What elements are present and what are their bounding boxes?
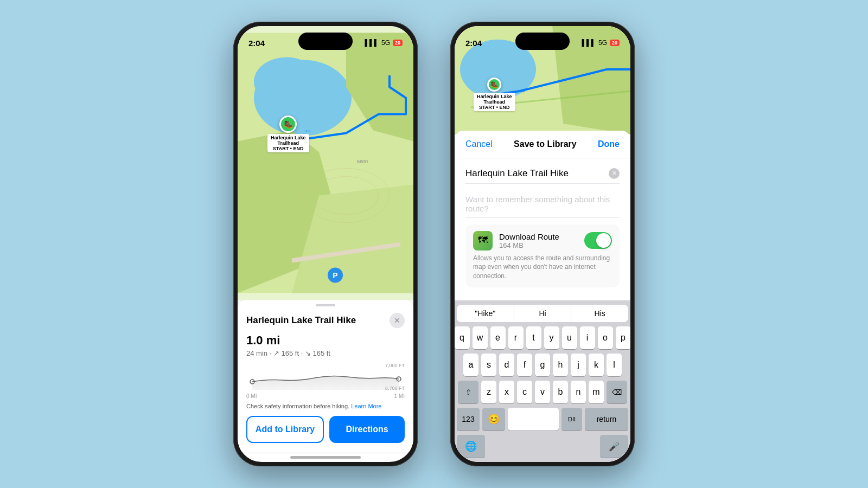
keyboard: "Hike" Hi His q w e r t y u i o (455, 300, 630, 462)
key-t[interactable]: t (526, 326, 541, 349)
space-key[interactable] (508, 408, 559, 431)
key-e[interactable]: e (490, 326, 506, 349)
key-f[interactable]: f (517, 354, 532, 376)
toggle-knob (596, 233, 611, 248)
map-svg-1: P 6600 W ENTRANCE RD (238, 26, 413, 300)
key-m[interactable]: m (589, 381, 604, 403)
key-r[interactable]: r (508, 326, 524, 349)
numbers-key[interactable]: 123 (457, 408, 480, 431)
key-z[interactable]: z (481, 381, 496, 403)
home-indicator-1[interactable] (290, 456, 361, 459)
route-distance-1: 1.0 mi (246, 333, 405, 348)
route-arrow-2: ↔ (519, 87, 526, 95)
download-icon: 🗺 (473, 231, 493, 251)
elevation-chart-1: 7,000 FT 6,700 FT 0 MI (246, 363, 405, 401)
battery-badge-2: 20 (610, 40, 620, 46)
suggestion-his[interactable]: His (571, 305, 628, 322)
key-o[interactable]: o (598, 326, 613, 349)
delete-key[interactable]: ⌫ (607, 381, 627, 403)
globe-key[interactable]: 🌐 (457, 435, 485, 458)
key-w[interactable]: w (473, 326, 488, 349)
pin-label-1: Harlequin Lake Trailhead START • END (267, 134, 309, 152)
download-info: Download Route 164 MB (499, 232, 578, 249)
battery-badge-1: 20 (393, 40, 403, 46)
route-arrow-1: ↔ (304, 126, 311, 135)
pin-label-2: Harlequin Lake Trailhead START • END (474, 93, 515, 111)
network-type-1: 5G (381, 39, 390, 47)
bottom-card-1: Harlequin Lake Trail Hike ✕ 1.0 mi 24 mi… (238, 300, 413, 452)
key-row-1: q w e r t y u i o p (457, 326, 628, 349)
suggestion-hike[interactable]: "Hike" (457, 305, 514, 322)
key-i[interactable]: i (580, 326, 595, 349)
key-u[interactable]: u (562, 326, 577, 349)
key-v[interactable]: v (535, 381, 550, 403)
action-buttons-1: Add to Library Directions (246, 416, 405, 443)
download-section: 🗺 Download Route 164 MB Allows you to ac… (465, 224, 620, 287)
pin-icon-1: 🥾 (279, 115, 297, 133)
key-p[interactable]: p (616, 326, 631, 349)
svg-point-2 (254, 57, 319, 106)
suggestion-hi[interactable]: Hi (514, 305, 572, 322)
close-button-1[interactable]: ✕ (390, 313, 405, 328)
elevation-high-1: 7,000 FT (385, 363, 405, 368)
map-area-1[interactable]: P 6600 W ENTRANCE RD 🥾 Harlequin Lake Tr… (238, 26, 413, 300)
key-b[interactable]: b (553, 381, 568, 403)
key-d[interactable]: d (499, 354, 514, 376)
learn-more-link-1[interactable]: Learn More (351, 403, 381, 409)
chart-labels-1: 0 MI 1 MI (246, 393, 405, 399)
key-y[interactable]: y (544, 326, 559, 349)
status-icons-1: ▌▌▌ 5G 20 (365, 39, 403, 47)
status-time-2: 2:04 (465, 38, 482, 48)
clear-name-button[interactable]: ✕ (609, 168, 620, 179)
elevation-low-1: 6,700 FT (385, 386, 405, 391)
modal-body: Harlequin Lake Trail Hike ✕ Want to reme… (455, 158, 630, 300)
modal-header: Cancel Save to Library Done (455, 131, 630, 158)
key-c[interactable]: c (517, 381, 532, 403)
download-toggle[interactable] (584, 232, 612, 249)
key-l[interactable]: l (607, 354, 622, 376)
key-n[interactable]: n (571, 381, 586, 403)
svg-text:6600: 6600 (357, 159, 368, 164)
key-g[interactable]: g (535, 354, 550, 376)
mic-key[interactable]: 🎤 (600, 435, 628, 458)
key-k[interactable]: k (589, 354, 604, 376)
safety-note-1: Check safety information before hiking. … (246, 403, 405, 409)
add-to-library-button[interactable]: Add to Library (246, 416, 324, 443)
key-row-globe: 🌐 🎤 (457, 435, 628, 458)
key-row-3: ⇧ z x c v b n m ⌫ (457, 381, 628, 403)
route-details-1: 24 min · ↗ 165 ft · ↘ 165 ft (246, 349, 405, 357)
dictation-label: DII (561, 408, 582, 431)
map-pin-2: 🥾 Harlequin Lake Trailhead START • END (474, 78, 515, 111)
key-x[interactable]: x (499, 381, 514, 403)
key-q[interactable]: q (455, 326, 470, 349)
keyboard-rows: q w e r t y u i o p a s (457, 326, 628, 458)
key-j[interactable]: j (571, 354, 586, 376)
cancel-button[interactable]: Cancel (465, 139, 493, 149)
route-name-field[interactable]: Harlequin Lake Trail Hike ✕ (465, 166, 620, 184)
phone-2: 2:04 ▌▌▌ 5G 20 🥾 Harlequin Lake (450, 22, 635, 466)
drag-handle-1[interactable] (316, 304, 335, 306)
signal-icon-1: ▌▌▌ (365, 39, 379, 47)
key-h[interactable]: h (553, 354, 568, 376)
done-button[interactable]: Done (598, 139, 620, 149)
emoji-key[interactable]: 😊 (482, 408, 505, 431)
note-field[interactable]: Want to remember something about this ro… (465, 190, 620, 218)
status-time-1: 2:04 (248, 38, 265, 48)
route-name-text: Harlequin Lake Trail Hike (465, 168, 569, 179)
status-icons-2: ▌▌▌ 5G 20 (582, 39, 620, 47)
return-key[interactable]: return (585, 408, 628, 431)
map-pin-1: 🥾 Harlequin Lake Trailhead START • END (267, 115, 309, 152)
network-type-2: 5G (598, 39, 607, 47)
keyboard-suggestions: "Hike" Hi His (457, 305, 628, 322)
key-a[interactable]: a (463, 354, 478, 376)
signal-icon-2: ▌▌▌ (582, 39, 596, 47)
dynamic-island-1 (298, 33, 353, 50)
key-row-2: a s d f g h j k l (457, 354, 628, 376)
svg-text:P: P (333, 271, 337, 280)
shift-key[interactable]: ⇧ (458, 381, 478, 403)
card-title-1: Harlequin Lake Trail Hike (246, 315, 356, 326)
spacer (488, 435, 597, 458)
key-s[interactable]: s (481, 354, 496, 376)
directions-button[interactable]: Directions (329, 416, 405, 443)
download-row: 🗺 Download Route 164 MB (473, 231, 612, 251)
